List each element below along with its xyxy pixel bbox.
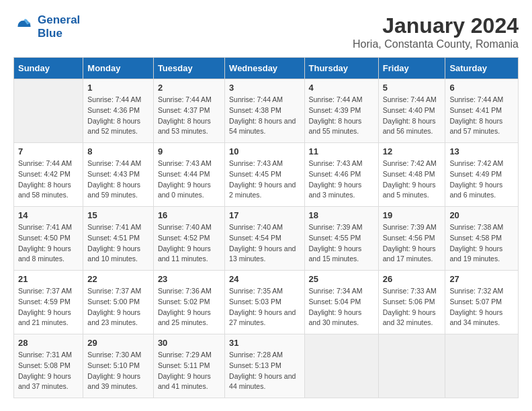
calendar-cell: 15Sunrise: 7:41 AMSunset: 4:51 PMDayligh… [83,207,154,271]
day-info: Sunrise: 7:40 AMSunset: 4:52 PMDaylight:… [158,222,220,265]
day-number: 11 [309,146,374,156]
calendar-cell: 21Sunrise: 7:37 AMSunset: 4:59 PMDayligh… [14,271,83,334]
day-info: Sunrise: 7:29 AMSunset: 5:11 PMDaylight:… [158,350,220,392]
day-number: 24 [229,274,300,284]
day-info: Sunrise: 7:43 AMSunset: 4:45 PMDaylight:… [229,158,300,201]
day-number: 27 [449,274,514,284]
calendar-cell: 6Sunrise: 7:44 AMSunset: 4:41 PMDaylight… [445,79,519,143]
day-info: Sunrise: 7:44 AMSunset: 4:36 PMDaylight:… [87,95,149,137]
day-number: 1 [87,83,149,93]
location-subtitle: Horia, Constanta County, Romania [353,38,519,50]
day-info: Sunrise: 7:31 AMSunset: 5:08 PMDaylight:… [18,350,79,392]
calendar-cell: 26Sunrise: 7:33 AMSunset: 5:06 PMDayligh… [378,271,445,334]
day-number: 2 [158,83,220,93]
calendar-cell [14,79,83,143]
calendar-cell: 11Sunrise: 7:43 AMSunset: 4:46 PMDayligh… [304,143,378,207]
calendar-week-row: 1Sunrise: 7:44 AMSunset: 4:36 PMDaylight… [14,79,519,143]
calendar-cell: 30Sunrise: 7:29 AMSunset: 5:11 PMDayligh… [153,334,224,398]
day-info: Sunrise: 7:44 AMSunset: 4:43 PMDaylight:… [87,158,149,201]
header: General Blue January 2024 Horia, Constan… [13,13,519,50]
calendar-cell [304,334,378,398]
day-number: 16 [158,210,220,220]
calendar-cell: 17Sunrise: 7:40 AMSunset: 4:54 PMDayligh… [225,207,304,271]
calendar-cell: 9Sunrise: 7:43 AMSunset: 4:44 PMDaylight… [153,143,224,207]
day-info: Sunrise: 7:43 AMSunset: 4:46 PMDaylight:… [309,158,374,201]
day-info: Sunrise: 7:38 AMSunset: 4:58 PMDaylight:… [449,222,514,265]
day-number: 19 [383,210,441,220]
logo-icon [13,16,35,38]
calendar-cell: 8Sunrise: 7:44 AMSunset: 4:43 PMDaylight… [83,143,154,207]
day-info: Sunrise: 7:42 AMSunset: 4:49 PMDaylight:… [449,158,514,201]
day-info: Sunrise: 7:42 AMSunset: 4:48 PMDaylight:… [383,158,441,201]
day-info: Sunrise: 7:44 AMSunset: 4:42 PMDaylight:… [18,158,79,201]
day-number: 29 [87,338,149,348]
day-info: Sunrise: 7:41 AMSunset: 4:50 PMDaylight:… [18,222,79,265]
calendar-cell: 28Sunrise: 7:31 AMSunset: 5:08 PMDayligh… [14,334,83,398]
header-tuesday: Tuesday [153,58,224,79]
header-monday: Monday [83,58,154,79]
header-thursday: Thursday [304,58,378,79]
day-number: 12 [383,146,441,156]
calendar-cell: 7Sunrise: 7:44 AMSunset: 4:42 PMDaylight… [14,143,83,207]
day-number: 30 [158,338,220,348]
day-info: Sunrise: 7:40 AMSunset: 4:54 PMDaylight:… [229,222,300,265]
day-number: 3 [229,83,300,93]
calendar-cell: 12Sunrise: 7:42 AMSunset: 4:48 PMDayligh… [378,143,445,207]
day-info: Sunrise: 7:37 AMSunset: 5:00 PMDaylight:… [87,286,149,328]
day-info: Sunrise: 7:44 AMSunset: 4:39 PMDaylight:… [309,95,374,137]
calendar-cell [378,334,445,398]
calendar-cell: 27Sunrise: 7:32 AMSunset: 5:07 PMDayligh… [445,271,519,334]
calendar-cell: 24Sunrise: 7:35 AMSunset: 5:03 PMDayligh… [225,271,304,334]
header-saturday: Saturday [445,58,519,79]
day-number: 17 [229,210,300,220]
day-number: 18 [309,210,374,220]
day-number: 25 [309,274,374,284]
day-number: 7 [18,146,79,156]
calendar-week-row: 28Sunrise: 7:31 AMSunset: 5:08 PMDayligh… [14,334,519,398]
calendar-cell: 4Sunrise: 7:44 AMSunset: 4:39 PMDaylight… [304,79,378,143]
header-wednesday: Wednesday [225,58,304,79]
day-info: Sunrise: 7:44 AMSunset: 4:41 PMDaylight:… [449,95,514,137]
calendar-week-row: 14Sunrise: 7:41 AMSunset: 4:50 PMDayligh… [14,207,519,271]
day-number: 31 [229,338,300,348]
day-number: 23 [158,274,220,284]
day-info: Sunrise: 7:33 AMSunset: 5:06 PMDaylight:… [383,286,441,328]
logo-text: General Blue [38,13,80,41]
calendar-cell: 2Sunrise: 7:44 AMSunset: 4:37 PMDaylight… [153,79,224,143]
day-info: Sunrise: 7:44 AMSunset: 4:38 PMDaylight:… [229,95,300,137]
calendar-cell: 14Sunrise: 7:41 AMSunset: 4:50 PMDayligh… [14,207,83,271]
day-info: Sunrise: 7:44 AMSunset: 4:37 PMDaylight:… [158,95,220,137]
day-info: Sunrise: 7:35 AMSunset: 5:03 PMDaylight:… [229,286,300,328]
calendar-cell: 3Sunrise: 7:44 AMSunset: 4:38 PMDaylight… [225,79,304,143]
day-info: Sunrise: 7:43 AMSunset: 4:44 PMDaylight:… [158,158,220,201]
day-info: Sunrise: 7:28 AMSunset: 5:13 PMDaylight:… [229,350,300,392]
calendar-cell: 31Sunrise: 7:28 AMSunset: 5:13 PMDayligh… [225,334,304,398]
day-number: 6 [449,83,514,93]
day-number: 13 [449,146,514,156]
calendar-table: SundayMondayTuesdayWednesdayThursdayFrid… [13,57,519,398]
calendar-cell: 16Sunrise: 7:40 AMSunset: 4:52 PMDayligh… [153,207,224,271]
calendar-cell: 10Sunrise: 7:43 AMSunset: 4:45 PMDayligh… [225,143,304,207]
calendar-cell [445,334,519,398]
day-number: 9 [158,146,220,156]
day-number: 21 [18,274,79,284]
day-number: 15 [87,210,149,220]
calendar-cell: 13Sunrise: 7:42 AMSunset: 4:49 PMDayligh… [445,143,519,207]
day-number: 8 [87,146,149,156]
day-number: 14 [18,210,79,220]
day-info: Sunrise: 7:34 AMSunset: 5:04 PMDaylight:… [309,286,374,328]
day-info: Sunrise: 7:32 AMSunset: 5:07 PMDaylight:… [449,286,514,328]
calendar-cell: 22Sunrise: 7:37 AMSunset: 5:00 PMDayligh… [83,271,154,334]
day-info: Sunrise: 7:30 AMSunset: 5:10 PMDaylight:… [87,350,149,392]
day-number: 20 [449,210,514,220]
day-info: Sunrise: 7:36 AMSunset: 5:02 PMDaylight:… [158,286,220,328]
day-number: 4 [309,83,374,93]
day-info: Sunrise: 7:44 AMSunset: 4:40 PMDaylight:… [383,95,441,137]
header-friday: Friday [378,58,445,79]
month-title: January 2024 [353,13,519,38]
day-info: Sunrise: 7:39 AMSunset: 4:55 PMDaylight:… [309,222,374,265]
day-number: 22 [87,274,149,284]
calendar-cell: 25Sunrise: 7:34 AMSunset: 5:04 PMDayligh… [304,271,378,334]
calendar-cell: 5Sunrise: 7:44 AMSunset: 4:40 PMDaylight… [378,79,445,143]
logo: General Blue [13,13,80,41]
